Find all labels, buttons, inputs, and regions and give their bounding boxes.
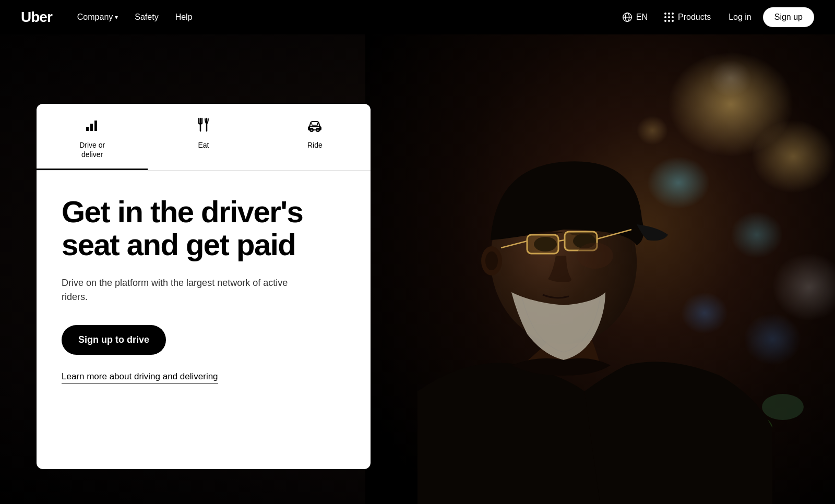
signup-button[interactable]: Sign up [763,7,814,27]
drive-icon [84,116,101,136]
svg-point-5 [752,120,835,193]
nav-links: Company ▾ Safety Help [71,8,199,26]
tab-ride[interactable]: Ride [259,104,371,170]
svg-point-9 [681,292,728,334]
tab-eat-label: Eat [198,140,209,150]
tab-drive-label: Drive ordeliver [79,140,105,159]
navbar-left: Uber Company ▾ Safety Help [21,8,199,26]
person-svg [365,0,835,504]
products-button[interactable]: Products [658,8,717,26]
svg-point-12 [637,116,668,145]
svg-point-14 [762,394,804,420]
svg-point-7 [731,211,783,258]
hero-subheading: Drive on the platform with the largest n… [62,276,291,304]
chevron-down-icon: ▾ [115,14,118,21]
svg-point-11 [710,60,752,97]
tab-eat[interactable]: Eat [148,104,259,170]
svg-rect-23 [527,235,558,254]
nav-link-safety[interactable]: Safety [128,8,164,26]
safety-label: Safety [135,13,158,22]
language-button[interactable]: EN [615,7,654,27]
hero-image [365,0,835,504]
svg-point-27 [577,243,613,269]
nav-link-company[interactable]: Company ▾ [71,8,124,26]
grid-icon [664,13,674,22]
hero-card: Drive ordeliver Eat [37,104,371,469]
globe-icon [622,11,633,23]
learn-more-link[interactable]: Learn more about driving and delivering [62,371,218,383]
hero-heading: Get in the driver's seat and get paid [62,196,345,261]
tab-drive[interactable]: Drive ordeliver [37,104,148,170]
eat-icon [195,116,212,136]
help-label: Help [175,13,193,22]
lang-code: EN [636,13,648,22]
svg-rect-37 [319,127,321,129]
tab-ride-label: Ride [307,140,323,150]
nav-link-help[interactable]: Help [169,8,199,26]
svg-point-26 [485,251,498,270]
login-button[interactable]: Log in [721,8,759,26]
tabs-container: Drive ordeliver Eat [37,104,371,171]
navbar: Uber Company ▾ Safety Help EN [0,0,835,34]
svg-rect-30 [94,121,97,131]
svg-rect-29 [90,124,93,131]
svg-rect-28 [86,127,89,131]
company-label: Company [77,13,113,22]
logo[interactable]: Uber [21,9,52,26]
svg-point-10 [744,313,801,365]
svg-rect-36 [308,127,310,129]
svg-point-6 [647,157,710,209]
signup-to-drive-button[interactable]: Sign up to drive [62,325,166,355]
ride-icon [306,116,323,136]
card-content: Get in the driver's seat and get paid Dr… [37,171,371,412]
hero-section: Drive ordeliver Eat [0,0,835,504]
products-label: Products [678,13,711,22]
navbar-right: EN Products Log in Sign up [615,7,814,27]
